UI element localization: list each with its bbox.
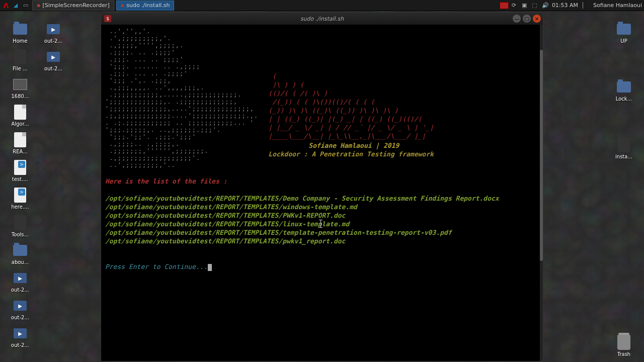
user-menu[interactable]: Sofiane Hamlaoui (591, 2, 642, 9)
desktop-icon-label: out-2... (44, 38, 62, 44)
file-path-line: /opt/sofiane/youtubevidtest/REPORT/TEMPL… (105, 203, 539, 211)
file-path-line: /opt/sofiane/youtubevidtest/REPORT/TEMPL… (105, 211, 539, 220)
desktop-icon[interactable]: File ... (5, 49, 35, 71)
folder-icon (616, 21, 632, 37)
desktop-icon-label: out-2... (44, 66, 62, 71)
taskbar-app-button[interactable]: ▪sudo ./install.sh (116, 1, 175, 11)
desktop-icon-label: test.... (12, 176, 28, 182)
file-icon (12, 49, 28, 65)
camera-icon[interactable]: ▣ (522, 2, 529, 9)
update-icon[interactable]: ⟳ (512, 2, 519, 9)
app-label: [SimpleScreenRecorder] (42, 2, 109, 9)
minimize-button[interactable]: — (513, 15, 521, 23)
terminal-body[interactable]: ..','',,'. .',;;;;;;;;;,'. .,;;;;,'''',;… (101, 25, 543, 361)
desktop-icon[interactable]: out-2... (5, 270, 35, 293)
scrollbar-thumb[interactable] (540, 50, 543, 261)
network-icon[interactable]: ⬚ (532, 2, 539, 9)
desktop-icon[interactable]: Trash (609, 334, 639, 357)
desktop-icon-label: out-2... (11, 315, 29, 320)
show-desktop-icon[interactable]: ▭ (21, 1, 30, 10)
continue-prompt: Press Enter to Continue... (105, 263, 208, 270)
file-path-line: /opt/sofiane/youtubevidtest/REPORT/TEMPL… (105, 237, 539, 245)
desktop-icon-label: REA... (13, 149, 27, 154)
taskbar-app-button[interactable]: ▪[SimpleScreenRecorder] (32, 1, 114, 11)
clock[interactable]: 01:53 AM (552, 2, 578, 9)
desktop-icon[interactable]: >test.... (5, 159, 35, 182)
scrollbar[interactable] (540, 25, 543, 361)
subtitle-line: Lockdoor : A Penetration Testing framewo… (268, 150, 434, 158)
window-title: sudo ./install.sh (101, 16, 543, 22)
desktop-icon-label: Algor... (12, 121, 29, 127)
author-line: Sofiane Hamlaoui | 2019 (308, 142, 399, 149)
desktop-icon[interactable]: UP (609, 21, 639, 44)
text-caret-icon (320, 220, 321, 228)
desktop: HomeFile ...1680...Algor...REA...>test..… (0, 11, 644, 362)
maximize-button[interactable]: ▢ (523, 15, 531, 23)
terminal-cursor (208, 264, 212, 271)
video-icon (45, 21, 61, 37)
desktop-icon-label: out-2... (11, 287, 29, 293)
desktop-icon[interactable]: out-2... (5, 298, 35, 320)
desktop-icon-label: here.... (11, 204, 29, 210)
video-icon (12, 270, 28, 286)
file-path-line: /opt/sofiane/youtubevidtest/REPORT/TEMPL… (105, 194, 539, 203)
file-path-line: /opt/sofiane/youtubevidtest/REPORT/TEMPL… (105, 228, 539, 237)
ascii-skull-art: ..','',,'. .',;;;;;;;;;,'. .,;;;;,'''',;… (105, 28, 258, 168)
desktop-icons-left: HomeFile ...1680...Algor...REA...>test..… (5, 21, 35, 348)
desktop-icon[interactable]: out-2... (5, 325, 35, 348)
desktop-icon-label: abou... (12, 259, 29, 265)
desktop-icon[interactable]: Algor... (5, 104, 35, 127)
ascii-logo-art: ( )\ ) ) ( (()/( ( /( )\ ) /(_)) ( ( )\(… (268, 72, 434, 140)
folder-icon (12, 21, 28, 37)
desktop-icon-label: File ... (13, 66, 27, 71)
desktop-icons-right-bottom: Trash (609, 334, 639, 357)
desktop-icon[interactable]: Home (5, 21, 35, 44)
desktop-icon[interactable]: Lock... (609, 79, 639, 102)
desktop-icon[interactable]: out-2... (38, 21, 68, 44)
desktop-icon-label: Lock... (616, 96, 632, 102)
desktop-icon-label: Tools... (12, 232, 29, 237)
file-icon (12, 215, 28, 231)
app-label: sudo ./install.sh (126, 2, 170, 9)
desktop-icon-label: insta... (615, 154, 632, 159)
terminal-window: $ sudo ./install.sh — ▢ × ..','',,'. .',… (101, 12, 543, 361)
desktop-icon[interactable]: REA... (5, 132, 35, 154)
distro-logo-icon[interactable]: Λ (2, 2, 10, 10)
video-icon (12, 325, 28, 341)
separator-icon: │ (581, 2, 588, 9)
arch-menu-icon[interactable]: ◢ (11, 1, 20, 10)
video-icon (12, 298, 28, 314)
file-icon (12, 104, 28, 120)
app-icon: ▪ (121, 2, 124, 9)
taskbar-left: Λ ◢ ▭ ▪[SimpleScreenRecorder]▪sudo ./ins… (0, 1, 175, 11)
desktop-icon[interactable]: abou... (5, 242, 35, 265)
taskbar: Λ ◢ ▭ ▪[SimpleScreenRecorder]▪sudo ./ins… (0, 0, 644, 11)
desktop-icon[interactable]: out-2... (38, 49, 68, 71)
files-header: Here is the list of the files : (105, 177, 539, 186)
video-icon (45, 49, 61, 65)
file-icon (616, 137, 632, 153)
image-icon (12, 76, 28, 93)
desktop-icon-label: 1680... (12, 94, 29, 99)
file-icon (12, 132, 28, 148)
app-icon: ▪ (37, 2, 40, 9)
desktop-icon-label: UP (620, 38, 627, 44)
volume-icon[interactable]: 🔊 (542, 2, 549, 9)
window-titlebar[interactable]: $ sudo ./install.sh — ▢ × (101, 13, 543, 25)
recording-indicator-icon[interactable] (500, 2, 509, 9)
folder-icon (616, 79, 632, 95)
script-icon: > (12, 187, 28, 203)
desktop-icons-right: UPLock...insta... (609, 21, 639, 159)
desktop-icon[interactable]: 1680... (5, 76, 35, 99)
desktop-icon[interactable]: >here.... (5, 187, 35, 210)
close-button[interactable]: × (533, 15, 541, 23)
desktop-icon-label: Trash (617, 351, 630, 357)
desktop-icons-left-col2: out-2...out-2... (38, 21, 68, 71)
trash-icon (616, 334, 632, 350)
desktop-icon[interactable]: Tools... (5, 215, 35, 237)
window-buttons: — ▢ × (513, 15, 541, 23)
taskbar-right: ⟳ ▣ ⬚ 🔊 01:53 AM │ Sofiane Hamlaoui (500, 2, 642, 9)
script-icon: > (12, 159, 28, 175)
folder-icon (12, 242, 28, 258)
desktop-icon[interactable]: insta... (609, 137, 639, 159)
